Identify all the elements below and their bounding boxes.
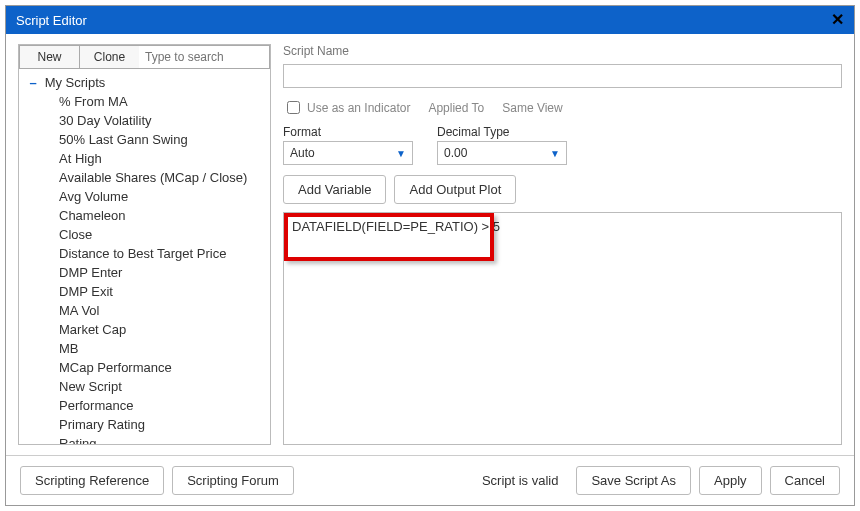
tree-item[interactable]: 30 Day Volatility [59,111,262,130]
dialog-footer: Scripting Reference Scripting Forum Scri… [6,455,854,505]
applied-to-label: Applied To [428,101,484,115]
tree-item[interactable]: Close [59,225,262,244]
collapse-icon[interactable]: – [27,75,39,90]
scripting-reference-button[interactable]: Scripting Reference [20,466,164,495]
sidebar: New Clone – My Scripts % From MA30 Day V… [18,44,271,445]
script-tree[interactable]: – My Scripts % From MA30 Day Volatility5… [19,69,270,444]
options-row: Use as an Indicator Applied To Same View [283,98,842,117]
format-label: Format [283,125,413,139]
cancel-button[interactable]: Cancel [770,466,840,495]
search-input[interactable] [139,45,270,69]
editor-pane: Script Name Use as an Indicator Applied … [283,44,842,445]
decimal-select[interactable]: 0.00 ▼ [437,141,567,165]
add-output-plot-button[interactable]: Add Output Plot [394,175,516,204]
save-script-as-button[interactable]: Save Script As [576,466,691,495]
tree-item[interactable]: MB [59,339,262,358]
chevron-down-icon: ▼ [550,148,560,159]
tree-item[interactable]: Available Shares (MCap / Close) [59,168,262,187]
dialog-header: Script Editor ✕ [6,6,854,34]
tree-item[interactable]: MA Vol [59,301,262,320]
tree-item[interactable]: DMP Exit [59,282,262,301]
tree-item[interactable]: Distance to Best Target Price [59,244,262,263]
clone-button[interactable]: Clone [79,45,139,69]
validation-status: Script is valid [482,473,559,488]
close-icon[interactable]: ✕ [831,12,844,28]
tree-item[interactable]: New Script [59,377,262,396]
format-select[interactable]: Auto ▼ [283,141,413,165]
chevron-down-icon: ▼ [396,148,406,159]
use-indicator-input[interactable] [287,101,300,114]
tree-item[interactable]: Performance [59,396,262,415]
format-row: Format Auto ▼ Decimal Type 0.00 ▼ [283,125,842,165]
action-buttons: Add Variable Add Output Plot [283,175,842,204]
code-text: DATAFIELD(FIELD=PE_RATIO) > 5 [292,219,500,234]
script-name-input[interactable] [283,64,842,88]
use-indicator-label: Use as an Indicator [307,101,410,115]
tree-item[interactable]: Avg Volume [59,187,262,206]
same-view-label: Same View [502,101,562,115]
apply-button[interactable]: Apply [699,466,762,495]
dialog-body: New Clone – My Scripts % From MA30 Day V… [6,34,854,455]
tree-item[interactable]: Market Cap [59,320,262,339]
tree-item[interactable]: 50% Last Gann Swing [59,130,262,149]
code-editor[interactable]: DATAFIELD(FIELD=PE_RATIO) > 5 [283,212,842,445]
tree-item[interactable]: MCap Performance [59,358,262,377]
dialog-title: Script Editor [16,13,87,28]
tree-item[interactable]: At High [59,149,262,168]
decimal-value: 0.00 [444,146,467,160]
tree-item[interactable]: Chameleon [59,206,262,225]
tree-item[interactable]: DMP Enter [59,263,262,282]
tree-children: % From MA30 Day Volatility50% Last Gann … [27,92,262,444]
tree-root[interactable]: – My Scripts [27,73,262,92]
tree-item[interactable]: Rating [59,434,262,444]
script-name-label: Script Name [283,44,842,58]
tree-root-label: My Scripts [45,75,106,90]
sidebar-toolbar: New Clone [19,45,270,69]
tree-item[interactable]: Primary Rating [59,415,262,434]
add-variable-button[interactable]: Add Variable [283,175,386,204]
new-button[interactable]: New [19,45,79,69]
script-editor-dialog: Script Editor ✕ New Clone – My Scripts %… [5,5,855,506]
tree-item[interactable]: % From MA [59,92,262,111]
use-indicator-checkbox[interactable]: Use as an Indicator [283,98,410,117]
format-value: Auto [290,146,315,160]
scripting-forum-button[interactable]: Scripting Forum [172,466,294,495]
decimal-label: Decimal Type [437,125,567,139]
